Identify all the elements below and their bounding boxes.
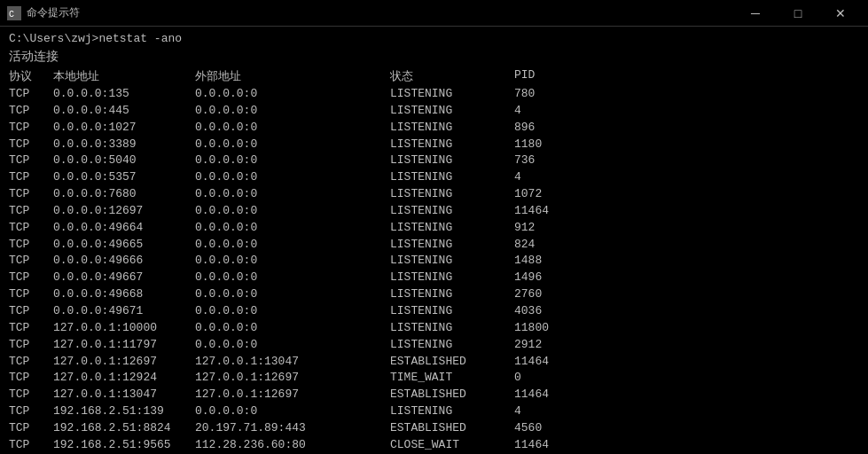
table-row: TCP0.0.0.0:4450.0.0.0:0LISTENING4 (9, 103, 859, 120)
table-cell: 1072 (514, 186, 585, 203)
col-header-local: 本地地址 (53, 68, 195, 84)
table-row: TCP0.0.0.0:496670.0.0.0:0LISTENING1496 (9, 270, 859, 286)
table-cell: 4560 (514, 420, 585, 437)
table-cell: 0.0.0.0:0 (195, 220, 390, 237)
table-row: TCP0.0.0.0:496680.0.0.0:0LISTENING2760 (9, 286, 859, 303)
table-cell: 896 (514, 120, 585, 137)
table-row: TCP0.0.0.0:126970.0.0.0:0LISTENING11464 (9, 203, 859, 220)
table-cell: TCP (9, 387, 53, 403)
table-cell: 4 (514, 403, 585, 420)
table-cell: 0.0.0.0:0 (195, 103, 390, 120)
table-cell: 11464 (514, 437, 585, 454)
table-cell: ESTABLISHED (390, 354, 514, 371)
table-cell: 127.0.0.1:12697 (195, 387, 390, 403)
table-cell: 11464 (514, 387, 585, 403)
table-cell: LISTENING (390, 203, 514, 220)
minimize-button[interactable]: ─ (735, 4, 776, 23)
table-row: TCP192.168.2.51:882420.197.71.89:443ESTA… (9, 420, 859, 437)
table-row: TCP0.0.0.0:76800.0.0.0:0LISTENING1072 (9, 186, 859, 203)
table-cell: 0.0.0.0:0 (195, 270, 390, 286)
table-cell: TCP (9, 337, 53, 354)
table-cell: 4036 (514, 303, 585, 320)
table-cell: 0.0.0.0:5040 (53, 153, 195, 169)
table-cell: TCP (9, 169, 53, 186)
table-cell: TCP (9, 153, 53, 169)
table-row: TCP0.0.0.0:33890.0.0.0:0LISTENING1180 (9, 137, 859, 153)
table-cell: 1488 (514, 253, 585, 270)
table-cell: 127.0.0.1:11797 (53, 337, 195, 354)
table-cell: 780 (514, 86, 585, 103)
table-cell: 0.0.0.0:0 (195, 403, 390, 420)
table-cell: 1496 (514, 270, 585, 286)
table-cell: 0.0.0.0:1027 (53, 120, 195, 137)
table-cell: TCP (9, 420, 53, 437)
col-header-pid: PID (514, 68, 585, 84)
table-cell: 0.0.0.0:0 (195, 320, 390, 337)
svg-text:C: C (9, 10, 14, 20)
table-row: TCP0.0.0.0:496710.0.0.0:0LISTENING4036 (9, 303, 859, 320)
table-cell: LISTENING (390, 403, 514, 420)
table-cell: 112.28.236.60:80 (195, 437, 390, 454)
table-cell: 127.0.0.1:13047 (195, 354, 390, 371)
table-cell: 736 (514, 153, 585, 169)
table-cell: TIME_WAIT (390, 370, 514, 387)
table-cell: LISTENING (390, 120, 514, 137)
table-cell: 0.0.0.0:0 (195, 153, 390, 169)
table-cell: 0.0.0.0:7680 (53, 186, 195, 203)
table-cell: 127.0.0.1:12924 (53, 370, 195, 387)
table-row: TCP127.0.0.1:117970.0.0.0:0LISTENING2912 (9, 337, 859, 354)
table-cell: TCP (9, 137, 53, 153)
table-cell: TCP (9, 220, 53, 237)
table-cell: LISTENING (390, 286, 514, 303)
table-row: TCP192.168.2.51:1390.0.0.0:0LISTENING4 (9, 403, 859, 420)
table-cell: 824 (514, 237, 585, 254)
table-cell: 4 (514, 103, 585, 120)
table-cell: 192.168.2.51:9565 (53, 437, 195, 454)
maximize-button[interactable]: □ (778, 4, 818, 23)
table-cell: 0 (514, 370, 585, 387)
table-cell: 127.0.0.1:13047 (53, 387, 195, 403)
table-row: TCP0.0.0.0:53570.0.0.0:0LISTENING4 (9, 169, 859, 186)
table-cell: 0.0.0.0:0 (195, 137, 390, 153)
table-header: 协议 本地地址 外部地址 状态 PID (9, 68, 859, 84)
table-cell: 0.0.0.0:12697 (53, 203, 195, 220)
table-cell: LISTENING (390, 153, 514, 169)
table-row: TCP127.0.0.1:100000.0.0.0:0LISTENING1180… (9, 320, 859, 337)
table-cell: 127.0.0.1:10000 (53, 320, 195, 337)
table-cell: 0.0.0.0:0 (195, 169, 390, 186)
table-row: TCP0.0.0.0:496660.0.0.0:0LISTENING1488 (9, 253, 859, 270)
table-cell: TCP (9, 286, 53, 303)
table-cell: 0.0.0.0:0 (195, 303, 390, 320)
table-cell: CLOSE_WAIT (390, 437, 514, 454)
col-header-remote: 外部地址 (195, 68, 390, 84)
table-row: TCP0.0.0.0:496640.0.0.0:0LISTENING912 (9, 220, 859, 237)
table-cell: 0.0.0.0:5357 (53, 169, 195, 186)
table-cell: 4 (514, 169, 585, 186)
table-cell: 192.168.2.51:8824 (53, 420, 195, 437)
table-cell: TCP (9, 186, 53, 203)
table-cell: TCP (9, 437, 53, 454)
close-button[interactable]: ✕ (820, 4, 861, 23)
table-cell: LISTENING (390, 270, 514, 286)
table-cell: TCP (9, 403, 53, 420)
table-row: TCP192.168.2.51:9565112.28.236.60:80CLOS… (9, 437, 859, 454)
command-line: C:\Users\zwj>netstat -ano (9, 32, 859, 45)
table-cell: TCP (9, 103, 53, 120)
table-cell: LISTENING (390, 169, 514, 186)
table-cell: TCP (9, 370, 53, 387)
table-cell: 0.0.0.0:49667 (53, 270, 195, 286)
table-cell: TCP (9, 320, 53, 337)
terminal-icon: C (7, 6, 21, 20)
table-cell: LISTENING (390, 237, 514, 254)
table-cell: 0.0.0.0:49666 (53, 253, 195, 270)
table-cell: 0.0.0.0:3389 (53, 137, 195, 153)
table-cell: LISTENING (390, 253, 514, 270)
table-cell: 11464 (514, 203, 585, 220)
table-cell: LISTENING (390, 220, 514, 237)
table-cell: TCP (9, 354, 53, 371)
window-title: 命令提示符 (27, 5, 80, 20)
table-cell: TCP (9, 270, 53, 286)
table-cell: LISTENING (390, 320, 514, 337)
title-bar-controls: ─ □ ✕ (735, 4, 861, 23)
table-cell: 0.0.0.0:0 (195, 286, 390, 303)
